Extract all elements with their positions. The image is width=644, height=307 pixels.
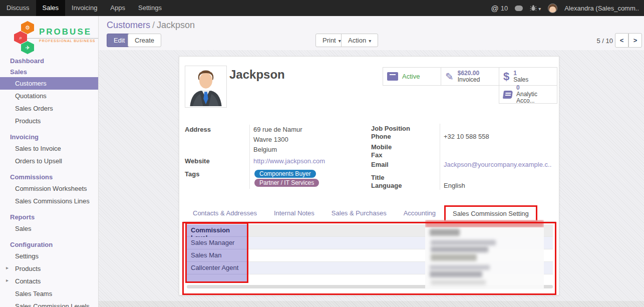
action-label: Action [348, 37, 366, 44]
redacted-blur-region [425, 220, 544, 289]
address-label: Address [185, 126, 211, 133]
invoiced-label: Invoiced [458, 77, 480, 83]
gear-hex-icon: ⚙ [21, 21, 34, 34]
sales-stat-button[interactable]: 1 Sales [499, 67, 557, 86]
sidebar-item-sales-commissions-lines[interactable]: Sales Commissions Lines [0, 195, 98, 207]
tab-sales-purchases[interactable]: Sales & Purchases [323, 205, 395, 221]
blurred-text-blob [431, 280, 486, 285]
commission-level-header[interactable]: Commission Level [187, 224, 248, 237]
address-line2: Wavre 1300 [253, 136, 288, 143]
sidebar-item-config-products[interactable]: Products [0, 262, 98, 275]
mobile-label: Mobile [371, 143, 392, 151]
sidebar-section-sales[interactable]: Sales [0, 66, 98, 77]
mention-count: 10 [501, 5, 508, 12]
page: Discuss Sales Invoicing Apps Settings 10 [0, 0, 644, 307]
sidebar-item-commission-worksheets[interactable]: Commission Worksheets [0, 182, 98, 195]
sidebar-nav: Dashboard Sales Customers Quotations Sal… [0, 51, 98, 307]
topmenu-invoicing[interactable]: Invoicing [65, 0, 104, 16]
pager-count: 5 / 10 [596, 37, 613, 45]
tag-partner-it-services[interactable]: Partner / IT Services [254, 179, 319, 187]
breadcrumb-customers-link[interactable]: Customers [107, 20, 150, 30]
book-icon [503, 91, 513, 99]
sidebar-section-reports[interactable]: Reports [0, 211, 98, 222]
action-dropdown-button[interactable]: Action [341, 34, 378, 47]
main-content: Customers/Jackpson Edit Create Print Act… [99, 16, 644, 307]
blurred-text-blob [431, 240, 496, 245]
pager-next-button[interactable] [628, 33, 642, 48]
sidebar-item-sales-teams[interactable]: Sales Teams [0, 287, 98, 300]
tab-internal-notes[interactable]: Internal Notes [265, 205, 323, 221]
blurred-text-blob [431, 246, 488, 252]
sidebar-section-configuration[interactable]: Configuration [0, 239, 98, 250]
mention-at-icon [491, 4, 498, 13]
invoiced-stat-button[interactable]: $620.00 Invoiced [441, 67, 499, 86]
archive-box-icon [387, 72, 398, 81]
blurred-text-blob [430, 265, 490, 270]
tab-contacts-addresses[interactable]: Contacts & Addresses [184, 205, 265, 221]
blurred-text-blob [430, 229, 460, 236]
expand-caret-icon [6, 277, 9, 283]
tab-accounting[interactable]: Accounting [395, 205, 444, 221]
analytic-accounts-stat-button[interactable]: 0 Analytic Acco... [499, 85, 557, 104]
customer-photo[interactable] [185, 66, 227, 108]
chat-bubble-icon[interactable] [515, 6, 523, 11]
commission-level-cell[interactable]: Callcenter Agent [187, 262, 248, 274]
logo-hexagons: ⚙ ⌕ ✈ [14, 21, 36, 51]
sidebar-section-commissions[interactable]: Commissions [0, 171, 98, 182]
businessman-avatar-image [186, 67, 225, 106]
topmenu-sales[interactable]: Sales [36, 0, 66, 16]
blurred-text-blob [430, 271, 482, 277]
blurred-text-blob [431, 254, 477, 261]
sidebar-item-settings[interactable]: Settings [0, 250, 98, 262]
create-button[interactable]: Create [128, 34, 161, 47]
active-toggle-button[interactable]: Active [383, 67, 441, 86]
sidebar-item-products[interactable]: Products [0, 115, 98, 127]
commission-level-cell[interactable]: Sales Manager [187, 237, 248, 249]
sidebar-item-quotations[interactable]: Quotations [0, 90, 98, 102]
app-logo: ⚙ ⌕ ✈ PROBUSE PROFESSIONAL BUSINESS [0, 16, 98, 46]
topmenu-apps[interactable]: Apps [104, 0, 132, 16]
pager-previous-button[interactable] [615, 33, 628, 48]
topmenu-settings[interactable]: Settings [132, 0, 168, 16]
debug-menu[interactable] [530, 5, 541, 12]
fax-label: Fax [371, 151, 382, 159]
user-menu[interactable]: Alexandra (Sales_comm.. [564, 5, 639, 12]
print-label: Print [323, 37, 336, 44]
sales-count: 1 [513, 70, 528, 77]
sidebar-item-label: Products [15, 265, 41, 272]
sidebar-item-sales-commission-levels[interactable]: Sales Commission Levels [0, 300, 98, 307]
tag-components-buyer[interactable]: Components Buyer [254, 170, 316, 178]
commission-level-empty-cell [187, 274, 248, 282]
address-line1: 69 rue de Namur [253, 126, 302, 133]
sidebar-item-sales-orders[interactable]: Sales Orders [0, 102, 98, 115]
sidebar-item-customers[interactable]: Customers [0, 77, 98, 90]
commission-level-cell[interactable]: Sales Man [187, 249, 248, 262]
topbar-systray: 10 Alexandra (Sales_comm.. [491, 4, 644, 13]
invoiced-amount: $620.00 [458, 70, 480, 77]
email-link[interactable]: Jackpson@yourcompany.example.c.. [444, 161, 551, 168]
tags-label: Tags [185, 170, 199, 178]
sidebar-item-dashboard[interactable]: Dashboard [0, 55, 98, 66]
caret-down-icon [336, 37, 341, 44]
sidebar-item-sales-to-invoice[interactable]: Sales to Invoice [0, 142, 98, 155]
topmenu-discuss[interactable]: Discuss [0, 0, 36, 16]
sidebar-item-orders-to-upsell[interactable]: Orders to Upsell [0, 155, 98, 167]
sidebar-item-label: Contacts [15, 277, 41, 285]
user-avatar[interactable] [548, 4, 557, 13]
pencil-icon [445, 71, 454, 83]
website-label: Website [185, 157, 210, 165]
top-navbar: Discuss Sales Invoicing Apps Settings 10 [0, 0, 644, 16]
chatter-area [99, 301, 644, 307]
breadcrumb-current: Jackpson [157, 20, 195, 30]
sidebar-section-invoicing[interactable]: Invoicing [0, 131, 98, 142]
debug-caret-icon [538, 5, 541, 12]
website-link[interactable]: http://www.jackpson.com [253, 157, 325, 165]
sidebar-item-reports-sales[interactable]: Sales [0, 222, 98, 235]
blurred-header-strip [425, 220, 544, 227]
mentions-counter[interactable]: 10 [491, 4, 508, 13]
bug-icon [530, 5, 537, 12]
email-label: Email [371, 161, 389, 168]
breadcrumb-separator: / [150, 20, 157, 30]
field-separator [440, 124, 440, 190]
sidebar-item-config-contacts[interactable]: Contacts [0, 275, 98, 287]
